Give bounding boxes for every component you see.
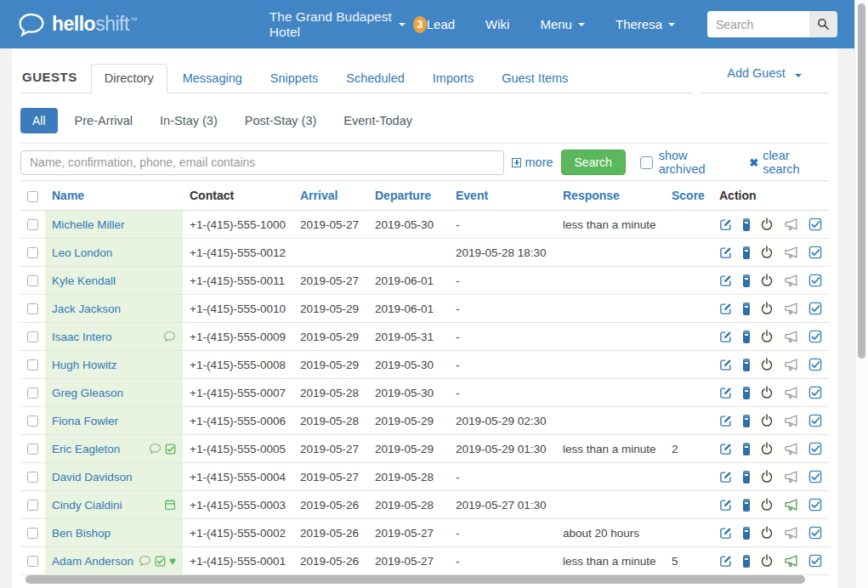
row-checkbox[interactable] — [27, 247, 38, 258]
edit-icon[interactable] — [719, 274, 733, 287]
show-archived-toggle[interactable]: show archived — [640, 149, 736, 176]
power-icon[interactable] — [760, 330, 774, 343]
guest-name-link[interactable]: Greg Gleason — [52, 387, 176, 399]
hotel-selector[interactable]: The Grand Budapest Hotel — [269, 9, 406, 40]
filter-event-today[interactable]: Event-Today — [333, 109, 423, 133]
guest-name-link[interactable]: Isaac Intero — [52, 331, 163, 343]
power-icon[interactable] — [760, 498, 774, 512]
tab-messaging[interactable]: Messaging — [170, 65, 255, 93]
archive-icon[interactable] — [743, 302, 750, 315]
archive-icon[interactable] — [743, 471, 750, 483]
complete-icon[interactable] — [808, 358, 822, 371]
guest-name-link[interactable]: David Davidson — [52, 471, 176, 483]
megaphone-icon[interactable] — [784, 414, 798, 427]
archive-icon[interactable] — [743, 246, 750, 259]
vertical-scrollbar[interactable] — [854, 0, 868, 588]
col-header-arrival[interactable]: Arrival — [293, 181, 368, 211]
edit-icon[interactable] — [719, 414, 733, 427]
archive-icon[interactable] — [743, 499, 750, 512]
megaphone-icon[interactable] — [784, 358, 798, 371]
power-icon[interactable] — [760, 414, 774, 427]
power-icon[interactable] — [760, 218, 774, 231]
row-checkbox[interactable] — [27, 556, 38, 567]
archive-icon[interactable] — [743, 415, 750, 427]
archive-icon[interactable] — [743, 387, 750, 399]
global-search-input[interactable] — [707, 11, 809, 37]
filter-pre-arrival[interactable]: Pre-Arrival — [65, 109, 143, 133]
global-search-button[interactable] — [809, 11, 837, 37]
megaphone-icon[interactable] — [784, 330, 798, 343]
search-button[interactable]: Search — [561, 150, 626, 175]
guest-name-link[interactable]: Leo London — [52, 246, 176, 259]
row-checkbox[interactable] — [27, 275, 38, 286]
edit-icon[interactable] — [719, 218, 733, 231]
guest-name-link[interactable]: Cindy Cialdini — [52, 499, 164, 512]
edit-icon[interactable] — [719, 442, 733, 455]
col-header-event[interactable]: Event — [449, 181, 556, 211]
row-checkbox[interactable] — [27, 219, 38, 230]
col-header-score[interactable]: Score — [665, 181, 712, 211]
archive-icon[interactable] — [743, 359, 750, 371]
edit-icon[interactable] — [719, 386, 733, 399]
guest-name-link[interactable]: Fiona Fowler — [52, 415, 176, 427]
col-header-name[interactable]: Name — [45, 181, 183, 211]
row-checkbox[interactable] — [27, 528, 38, 539]
megaphone-icon[interactable] — [784, 302, 798, 315]
complete-icon[interactable] — [808, 526, 822, 540]
nav-wiki[interactable]: Wiki — [485, 17, 509, 31]
col-header-response[interactable]: Response — [556, 181, 665, 211]
complete-icon[interactable] — [808, 246, 822, 259]
complete-icon[interactable] — [808, 414, 822, 427]
horizontal-scrollbar-thumb[interactable] — [26, 575, 805, 584]
power-icon[interactable] — [760, 442, 774, 455]
megaphone-icon[interactable] — [784, 526, 798, 540]
complete-icon[interactable] — [808, 330, 822, 343]
notification-badge[interactable]: 3 — [413, 16, 427, 33]
edit-icon[interactable] — [719, 358, 733, 371]
complete-icon[interactable] — [808, 498, 822, 512]
archive-icon[interactable] — [743, 527, 750, 540]
power-icon[interactable] — [760, 554, 774, 568]
complete-icon[interactable] — [808, 302, 822, 315]
archive-icon[interactable] — [743, 555, 750, 568]
row-checkbox[interactable] — [27, 331, 38, 342]
megaphone-icon[interactable] — [784, 386, 798, 399]
edit-icon[interactable] — [719, 498, 733, 512]
guest-name-link[interactable]: Ben Bishop — [52, 527, 176, 540]
guest-name-link[interactable]: Kyle Kendall — [52, 274, 176, 287]
row-checkbox[interactable] — [27, 500, 38, 511]
power-icon[interactable] — [760, 358, 774, 371]
megaphone-icon[interactable] — [784, 470, 798, 483]
tab-guest-items[interactable]: Guest Items — [489, 65, 581, 93]
power-icon[interactable] — [760, 246, 774, 259]
edit-icon[interactable] — [719, 526, 733, 540]
tab-scheduled[interactable]: Scheduled — [333, 65, 417, 93]
complete-icon[interactable] — [808, 274, 822, 287]
archive-icon[interactable] — [743, 331, 750, 343]
add-guest-dropdown[interactable]: Add Guest — [700, 66, 829, 93]
megaphone-icon[interactable] — [784, 498, 798, 512]
archive-icon[interactable] — [743, 274, 750, 287]
complete-icon[interactable] — [808, 470, 822, 483]
megaphone-icon[interactable] — [784, 218, 798, 231]
archive-icon[interactable] — [743, 218, 750, 231]
select-all-checkbox[interactable] — [27, 191, 38, 202]
nav-menu[interactable]: Menu — [540, 17, 585, 31]
megaphone-icon[interactable] — [784, 554, 798, 568]
power-icon[interactable] — [760, 302, 774, 315]
power-icon[interactable] — [760, 274, 774, 287]
nav-lead[interactable]: Lead — [427, 17, 455, 31]
power-icon[interactable] — [760, 526, 774, 540]
guest-name-link[interactable]: Adam Anderson — [52, 555, 139, 568]
complete-icon[interactable] — [808, 442, 822, 455]
more-filters-link[interactable]: more — [512, 155, 553, 169]
complete-icon[interactable] — [808, 554, 822, 568]
edit-icon[interactable] — [719, 302, 733, 315]
edit-icon[interactable] — [719, 330, 733, 343]
clear-search-link[interactable]: clear search — [749, 149, 829, 176]
filter-all[interactable]: All — [20, 108, 58, 133]
megaphone-icon[interactable] — [784, 246, 798, 259]
col-header-departure[interactable]: Departure — [368, 181, 449, 211]
vertical-scrollbar-thumb[interactable] — [858, 3, 865, 359]
row-checkbox[interactable] — [27, 416, 38, 427]
